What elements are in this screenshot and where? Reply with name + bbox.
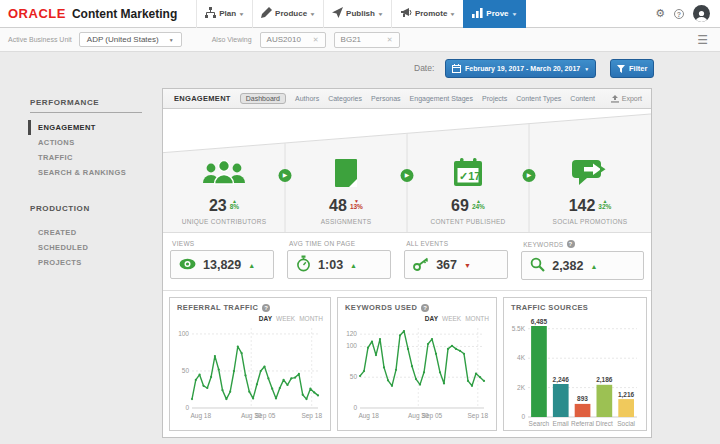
nav-publish[interactable]: Publish▼ <box>323 0 391 28</box>
toggle-month[interactable]: MONTH <box>465 315 489 322</box>
funnel-cell-unique-contributors: 23▲8%UNIQUE CONTRIBUTORS <box>163 109 285 232</box>
svg-text:Social: Social <box>617 420 635 427</box>
nav-promote[interactable]: Promote▼ <box>391 0 463 28</box>
menu-icon[interactable]: ☰ <box>697 34 708 46</box>
svg-text:Aug 18: Aug 18 <box>191 412 212 420</box>
sidebar-section-production: PRODUCTION <box>30 204 142 218</box>
nav-prove[interactable]: Prove▼ <box>463 0 525 28</box>
filter-button[interactable]: Filter <box>610 59 654 78</box>
business-unit-value: ADP (United States) <box>87 35 159 44</box>
gear-icon[interactable]: ⚙ <box>655 8 665 19</box>
sidebar-item-actions[interactable]: ACTIONS <box>0 135 162 150</box>
funnel-cell-content-published: ✓1769▲24%CONTENT PUBLISHED <box>407 109 529 232</box>
publish-icon <box>332 7 343 20</box>
tab-authors[interactable]: Authors <box>295 95 319 102</box>
main-panel: ENGAGEMENT DashboardAuthorsCategoriesPer… <box>162 88 652 438</box>
referral-traffic-chart: 050100Aug 18Aug 30Sep 05Sep 18 <box>177 323 323 421</box>
people-icon <box>202 150 246 196</box>
tab-context-label: ENGAGEMENT <box>174 94 231 103</box>
nav-produce[interactable]: Produce▼ <box>252 0 323 28</box>
key-icon <box>413 257 429 273</box>
toggle-month[interactable]: MONTH <box>299 315 323 322</box>
funnel-step-arrow-icon: ▶ <box>279 169 292 182</box>
traffic-sources-chart: 02K4K5.5K6,485Search2,246Email893Referra… <box>511 316 639 428</box>
product-name: Content Marketing <box>72 7 177 21</box>
svg-text:0: 0 <box>185 404 189 411</box>
sidebar-item-search-rankings[interactable]: SEARCH & RANKINGS <box>0 165 162 180</box>
brand-logo: ORACLE Content Marketing <box>8 6 177 21</box>
filter-label: Filter <box>629 64 647 73</box>
social-icon <box>571 150 609 196</box>
svg-text:2,186: 2,186 <box>596 376 613 384</box>
plan-icon <box>205 7 216 20</box>
funnel-cell-assignments: 48▼13%ASSIGNMENTS <box>285 109 407 232</box>
svg-text:Referral: Referral <box>571 420 595 427</box>
sidebar-section-performance: PERFORMANCE <box>30 98 142 113</box>
help-icon[interactable]: ? <box>674 9 684 19</box>
magnifier-icon <box>530 257 545 274</box>
nav-plan[interactable]: Plan▼ <box>196 0 252 28</box>
toggle-day[interactable]: DAY <box>259 315 272 322</box>
svg-text:120: 120 <box>346 330 357 337</box>
sidebar-item-engagement[interactable]: ENGAGEMENT <box>28 120 162 135</box>
main-nav: Plan▼Produce▼Publish▼Promote▼Prove▼ <box>196 0 525 28</box>
tab-engagement-stages[interactable]: Engagement Stages <box>410 95 473 102</box>
stopwatch-icon <box>296 255 311 274</box>
also-viewing-label: Also Viewing <box>212 36 252 43</box>
sidebar-item-created[interactable]: CREATED <box>0 225 162 240</box>
svg-text:5.5K: 5.5K <box>512 325 526 332</box>
tab-content-types[interactable]: Content Types <box>516 95 561 102</box>
toggle-week[interactable]: WEEK <box>276 315 295 322</box>
svg-text:Sep 05: Sep 05 <box>422 412 443 420</box>
tab-dashboard[interactable]: Dashboard <box>240 93 286 104</box>
close-icon[interactable]: ✕ <box>313 36 319 44</box>
eye-icon <box>179 258 196 272</box>
svg-text:Direct: Direct <box>596 420 613 427</box>
sidebar-item-projects[interactable]: PROJECTS <box>0 255 162 270</box>
produce-icon <box>261 7 272 20</box>
sidebar-item-scheduled[interactable]: SCHEDULED <box>0 240 162 255</box>
help-icon[interactable]: ? <box>421 304 429 312</box>
date-row: Date: February 19, 2017 - March 20, 2017… <box>0 52 720 86</box>
funnel-step-arrow-icon: ▶ <box>401 169 414 182</box>
svg-text:100: 100 <box>346 342 357 349</box>
funnel-section: 23▲8%UNIQUE CONTRIBUTORS48▼13%ASSIGNMENT… <box>163 109 651 233</box>
tab-content[interactable]: Content <box>570 95 595 102</box>
promote-icon <box>400 7 412 20</box>
sidebar-item-traffic[interactable]: TRAFFIC <box>0 150 162 165</box>
calendar-icon <box>452 64 461 73</box>
date-range-button[interactable]: February 19, 2017 - March 20, 2017 ▼ <box>445 59 596 78</box>
business-unit-select[interactable]: ADP (United States) ▼ <box>79 32 182 47</box>
chevron-down-icon: ▼ <box>377 11 383 17</box>
export-button[interactable]: Export <box>611 95 642 103</box>
svg-text:50: 50 <box>350 373 358 380</box>
oracle-logo: ORACLE <box>8 6 66 21</box>
close-icon[interactable]: ✕ <box>387 36 393 44</box>
also-viewing-chip[interactable]: BG21✕ <box>334 32 400 48</box>
help-icon[interactable]: ? <box>262 304 270 312</box>
tab-personas[interactable]: Personas <box>371 95 401 102</box>
svg-text:Sep 05: Sep 05 <box>255 412 276 420</box>
kpi-row: VIEWS13,829▲AVG TIME ON PAGE1:03▲ALL EVE… <box>163 233 651 291</box>
svg-text:2,246: 2,246 <box>553 376 570 384</box>
funnel-step-arrow-icon: ▶ <box>523 169 536 182</box>
top-bar: ORACLE Content Marketing Plan▼Produce▼Pu… <box>0 0 720 28</box>
calendar-icon: ✓17 <box>452 150 484 196</box>
prove-icon <box>472 7 483 20</box>
svg-text:Email: Email <box>553 420 570 427</box>
chevron-down-icon: ▼ <box>450 11 456 17</box>
toggle-week[interactable]: WEEK <box>442 315 461 322</box>
help-icon[interactable]: ? <box>567 240 575 248</box>
also-viewing-chip[interactable]: AUS2010✕ <box>260 32 326 48</box>
svg-text:1,216: 1,216 <box>618 391 635 399</box>
day-week-month-toggle: DAYWEEKMONTH <box>345 315 489 322</box>
business-unit-label: Active Business Unit <box>8 36 72 43</box>
referral-traffic-panel: REFERRAL TRAFFIC? DAYWEEKMONTH 050100Aug… <box>169 297 331 431</box>
tab-projects[interactable]: Projects <box>482 95 507 102</box>
tab-categories[interactable]: Categories <box>328 95 362 102</box>
svg-text:Aug 18: Aug 18 <box>358 412 379 420</box>
keywords-used-panel: KEYWORDS USED? DAYWEEKMONTH 050100120Aug… <box>337 297 497 431</box>
toggle-day[interactable]: DAY <box>425 315 438 322</box>
svg-text:50: 50 <box>182 367 190 374</box>
avatar[interactable] <box>693 5 710 22</box>
